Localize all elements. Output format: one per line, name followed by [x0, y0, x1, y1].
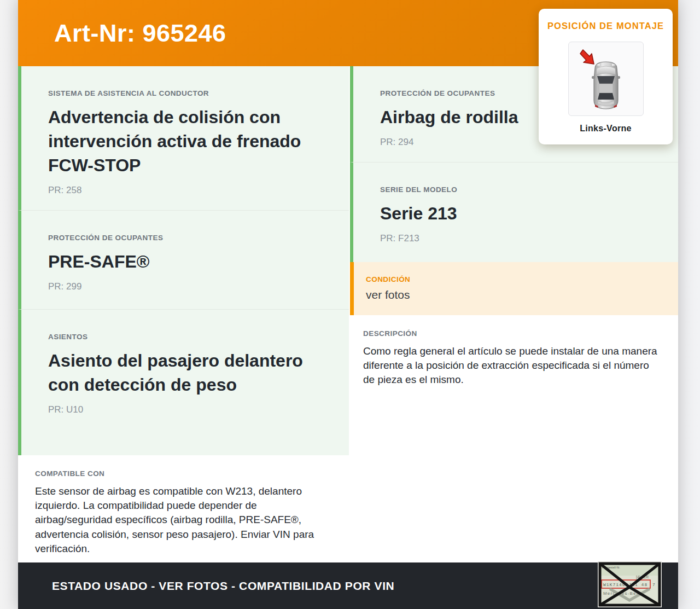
car-position-image	[568, 42, 644, 116]
left-column: SISTEMA DE ASISTENCIA AL CONDUCTOR Adver…	[18, 66, 349, 562]
card-model-series: SERIE DEL MODELO Serie 213 PR: F213	[350, 162, 678, 262]
card-compatible-with: COMPATIBLE CON Este sensor de airbag es …	[18, 455, 349, 562]
red-arrow-front-left-icon	[580, 50, 594, 64]
car-top-view-icon	[569, 42, 643, 115]
vin-document-photo: Fahrgestell-Nr. [4] A1R W1K71463J31 48 7…	[598, 561, 662, 607]
card-seat-detection: ASIENTOS Asiento del pasajero delantero …	[18, 309, 349, 455]
svg-text:7: 7	[652, 582, 655, 587]
card-label: DESCRIPCIÓN	[363, 329, 662, 338]
pr-code: PR: F213	[380, 233, 656, 244]
pr-code: PR: U10	[48, 404, 327, 415]
card-label: ASIENTOS	[48, 333, 327, 341]
mounting-position-title: POSICIÓN DE MONTAJE	[539, 21, 673, 31]
card-label: CONDICIÓN	[366, 275, 662, 283]
description-text: Como regla general el artículo se puede …	[363, 344, 662, 387]
card-label: COMPATIBLE CON	[35, 469, 329, 478]
footer-bar: ESTADO USADO - VER FOTOS - COMPATIBILIDA…	[18, 562, 678, 609]
car-body	[592, 62, 620, 109]
pr-code: PR: 299	[48, 281, 327, 292]
card-title: Asiento del pasajero delantero con detec…	[48, 349, 327, 397]
mounting-position-value: Links-Vorne	[539, 124, 673, 134]
pr-code: PR: 258	[48, 185, 327, 196]
card-description: DESCRIPCIÓN Como regla general el artícu…	[350, 315, 678, 562]
mounting-position-card: POSICIÓN DE MONTAJE	[539, 9, 673, 144]
condition-value: ver fotos	[366, 288, 662, 301]
card-title: PRE-SAFE®	[48, 250, 327, 274]
compatibility-text: Este sensor de airbag es compatible con …	[35, 484, 329, 556]
card-label: SISTEMA DE ASISTENCIA AL CONDUCTOR	[48, 89, 327, 97]
footer-text: ESTADO USADO - VER FOTOS - COMPATIBILIDA…	[52, 579, 394, 593]
card-condition: CONDICIÓN ver fotos	[350, 262, 678, 315]
article-number-title: Art-Nr: 965246	[54, 19, 226, 48]
card-label: SERIE DEL MODELO	[380, 185, 656, 194]
card-title: Advertencia de colisión con intervención…	[48, 105, 327, 177]
card-presafe: PROTECCIÓN DE OCUPANTES PRE-SAFE® PR: 29…	[18, 210, 349, 309]
envelope-outline-icon: Fahrgestell-Nr. [4] A1R W1K71463J31 48 7…	[598, 561, 662, 607]
card-title: Serie 213	[380, 201, 656, 225]
card-label: PROTECCIÓN DE OCUPANTES	[48, 234, 327, 242]
card-driver-assist: SISTEMA DE ASISTENCIA AL CONDUCTOR Adver…	[18, 66, 349, 210]
